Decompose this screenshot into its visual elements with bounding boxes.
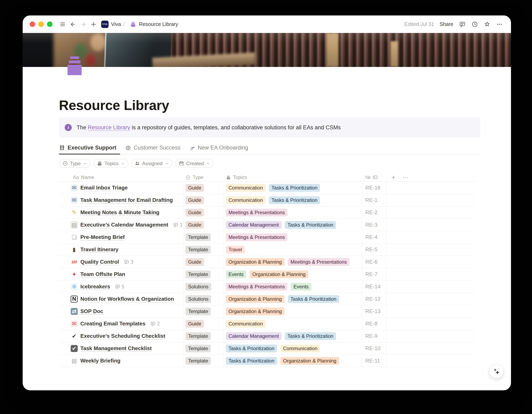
- row-type-cell[interactable]: Template: [183, 305, 224, 317]
- table-row[interactable]: ✔Executive’s Scheduling ChecklistTemplat…: [59, 330, 475, 342]
- page-link[interactable]: Quality Control: [80, 259, 119, 265]
- close-window-button[interactable]: [30, 21, 35, 27]
- new-page-button[interactable]: [89, 19, 98, 29]
- filter-created[interactable]: Created: [175, 159, 214, 168]
- row-type-cell[interactable]: Template: [183, 342, 224, 355]
- row-type-cell[interactable]: Solutions: [183, 293, 224, 305]
- row-topics-cell[interactable]: Meetings & PresentationsEvents: [224, 281, 362, 293]
- page-link[interactable]: Creating Email Templates: [80, 320, 145, 327]
- row-name-cell[interactable]: ✉Creating Email Templates2: [59, 318, 183, 330]
- comment-count[interactable]: 2: [150, 321, 160, 327]
- row-id-cell[interactable]: RE-16: [362, 182, 386, 194]
- row-topics-cell[interactable]: Calendar ManagementTasks & Prioritizatio…: [224, 219, 362, 231]
- row-topics-cell[interactable]: Calendar ManagementTasks & Prioritizatio…: [224, 330, 362, 342]
- page-icon[interactable]: [65, 55, 85, 76]
- row-topics-cell[interactable]: Tasks & PrioritizationCommunication: [224, 342, 362, 355]
- filter-assigned[interactable]: Assigned: [131, 159, 172, 168]
- row-topics-cell[interactable]: Tasks & PrioritizationOrganization & Pla…: [224, 355, 362, 367]
- table-row[interactable]: ⇄SOP DocTemplateOrganization & PlanningR…: [59, 305, 475, 318]
- row-topics-cell[interactable]: CommunicationTasks & Prioritization: [224, 194, 362, 206]
- row-name-cell[interactable]: ❏Pre-Meeting Brief: [59, 231, 183, 243]
- page-link[interactable]: Task Management Checklist: [80, 345, 152, 352]
- row-type-cell[interactable]: Guide: [183, 256, 224, 268]
- filter-type[interactable]: Type: [59, 159, 91, 168]
- row-name-cell[interactable]: ▮Travel Itinerary: [59, 244, 183, 256]
- table-row[interactable]: ✔Task Management ChecklistTemplateTasks …: [59, 342, 475, 355]
- row-name-cell[interactable]: 100Quality Control3: [59, 256, 183, 268]
- updates-button[interactable]: [470, 20, 479, 29]
- page-link[interactable]: SOP Doc: [80, 308, 103, 314]
- share-button[interactable]: Share: [439, 21, 453, 27]
- row-name-cell[interactable]: NNotion for Workflows & Organization: [59, 293, 183, 305]
- notion-ai-button[interactable]: [489, 364, 503, 378]
- row-type-cell[interactable]: Guide: [183, 206, 224, 218]
- row-name-cell[interactable]: ✦Team Offsite Plan: [59, 268, 183, 280]
- comments-button[interactable]: [458, 20, 467, 29]
- row-id-cell[interactable]: RE-2: [362, 206, 386, 218]
- row-type-cell[interactable]: Guide: [183, 182, 224, 194]
- table-row[interactable]: 100Quality Control3GuideOrganization & P…: [59, 256, 475, 268]
- page-link[interactable]: Executive’s Calendar Management: [80, 222, 168, 228]
- row-type-cell[interactable]: Guide: [183, 194, 224, 206]
- row-id-cell[interactable]: RE-6: [362, 256, 386, 268]
- row-topics-cell[interactable]: Communication: [224, 318, 362, 330]
- sidebar-menu-button[interactable]: [58, 19, 67, 29]
- page-link[interactable]: Meeting Notes & Minute Taking: [80, 209, 160, 216]
- row-id-cell[interactable]: RE-14: [362, 281, 386, 293]
- row-type-cell[interactable]: Template: [183, 268, 224, 280]
- row-topics-cell[interactable]: Meetings & Presentations: [224, 231, 362, 243]
- page-link[interactable]: Notion for Workflows & Organization: [80, 296, 174, 302]
- row-id-cell[interactable]: RE-13: [362, 305, 386, 317]
- resource-library-link[interactable]: Resource Library: [88, 124, 130, 131]
- row-name-cell[interactable]: ✉Task Management for Email Drafting: [59, 194, 183, 206]
- table-row[interactable]: NNotion for Workflows & OrganizationSolu…: [59, 293, 475, 305]
- row-type-cell[interactable]: Solutions: [183, 281, 224, 293]
- row-type-cell[interactable]: Template: [183, 231, 224, 243]
- row-name-cell[interactable]: ❄Icebreakers5: [59, 281, 183, 293]
- table-row[interactable]: ✉Email Inbox TriageGuideCommunicationTas…: [59, 182, 475, 194]
- row-topics-cell[interactable]: Organization & PlanningMeetings & Presen…: [224, 256, 362, 268]
- page-link[interactable]: Team Offsite Plan: [80, 271, 125, 277]
- comment-count[interactable]: 1: [173, 222, 182, 228]
- row-id-cell[interactable]: RE-11: [362, 355, 386, 367]
- row-type-cell[interactable]: Template: [183, 355, 224, 367]
- column-options-button[interactable]: ⋯: [403, 174, 409, 181]
- page-link[interactable]: Executive’s Scheduling Checklist: [80, 333, 165, 339]
- row-id-cell[interactable]: RE-10: [362, 342, 386, 355]
- page-link[interactable]: Email Inbox Triage: [80, 185, 128, 191]
- table-row[interactable]: ✎Meeting Notes & Minute TakingGuideMeeti…: [59, 206, 475, 219]
- row-name-cell[interactable]: ✔Executive’s Scheduling Checklist: [59, 330, 183, 342]
- row-id-cell[interactable]: RE-8: [362, 318, 386, 330]
- comment-count[interactable]: 3: [124, 259, 133, 265]
- page-link[interactable]: Pre-Meeting Brief: [80, 234, 125, 240]
- page-link[interactable]: Weekly Briefing: [80, 358, 121, 364]
- back-button[interactable]: [68, 19, 78, 29]
- table-row[interactable]: ▤Executive’s Calendar Management1GuideCa…: [59, 219, 475, 231]
- zoom-window-button[interactable]: [47, 21, 53, 27]
- row-type-cell[interactable]: Template: [183, 244, 224, 256]
- table-row[interactable]: ❄Icebreakers5SolutionsMeetings & Present…: [59, 281, 475, 293]
- breadcrumb-workspace[interactable]: Viva: [111, 21, 121, 27]
- column-header-type[interactable]: Type: [183, 173, 224, 181]
- row-name-cell[interactable]: ▤Executive’s Calendar Management1: [59, 219, 183, 231]
- row-topics-cell[interactable]: Meetings & Presentations: [224, 206, 362, 218]
- row-topics-cell[interactable]: Travel: [224, 244, 362, 256]
- row-topics-cell[interactable]: Organization & Planning: [224, 305, 362, 317]
- row-id-cell[interactable]: RE-5: [362, 244, 386, 256]
- column-header-name[interactable]: Aa Name: [59, 173, 183, 181]
- row-id-cell[interactable]: RE-3: [362, 219, 386, 231]
- row-type-cell[interactable]: Template: [183, 330, 224, 342]
- filter-topics[interactable]: Topics: [93, 159, 128, 168]
- table-row[interactable]: ✉Creating Email Templates2GuideCommunica…: [59, 318, 475, 330]
- table-row[interactable]: ▤Weekly BriefingTemplateTasks & Prioriti…: [59, 355, 475, 367]
- row-name-cell[interactable]: ▤Weekly Briefing: [59, 355, 183, 367]
- row-topics-cell[interactable]: CommunicationTasks & Prioritization: [224, 182, 362, 194]
- forward-button[interactable]: [78, 19, 88, 29]
- row-topics-cell[interactable]: EventsOrganization & Planning: [224, 268, 362, 280]
- table-row[interactable]: ✦Team Offsite PlanTemplateEventsOrganiza…: [59, 268, 475, 281]
- row-id-cell[interactable]: RE-7: [362, 268, 386, 280]
- row-type-cell[interactable]: Guide: [183, 318, 224, 330]
- table-row[interactable]: ❏Pre-Meeting BriefTemplateMeetings & Pre…: [59, 231, 475, 244]
- more-options-button[interactable]: [495, 20, 504, 29]
- favorite-button[interactable]: [483, 20, 492, 29]
